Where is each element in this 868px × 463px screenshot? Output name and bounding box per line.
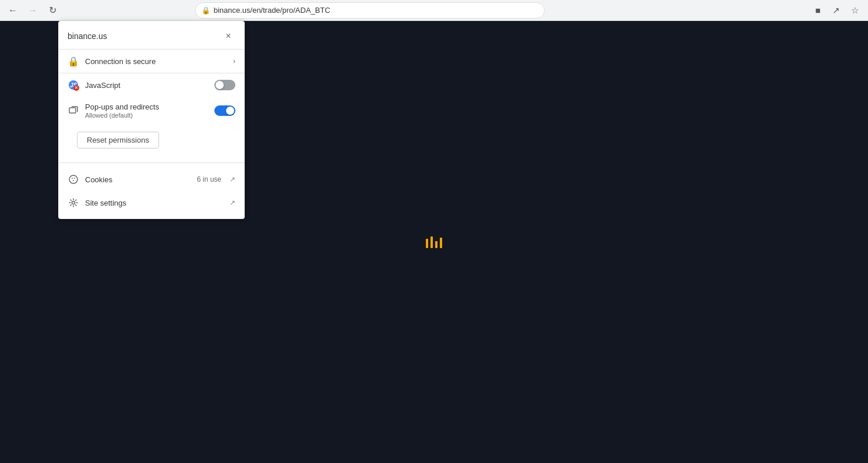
popup-close-button[interactable]: × (221, 29, 235, 43)
cookies-external-link-icon: ↗ (230, 175, 235, 183)
bookmark-button[interactable]: ☆ (847, 2, 863, 19)
svg-point-4 (73, 180, 74, 181)
toolbar-right: ■ ↗ ☆ (810, 2, 863, 19)
popups-toggle[interactable] (214, 105, 235, 116)
cookies-label: Cookies (85, 175, 191, 184)
javascript-label: JavaScript (85, 81, 209, 90)
browser-toolbar: ← → ↻ 🔒 binance.us/en/trade/pro/ADA_BTC … (0, 0, 868, 21)
cookies-count: 6 in use (197, 175, 221, 183)
site-settings-label: Site settings (85, 199, 224, 207)
reset-permissions-button[interactable]: Reset permissions (77, 132, 159, 149)
loading-bar-1 (426, 239, 428, 248)
reload-button[interactable]: ↻ (44, 2, 61, 19)
url-text: binance.us/en/trade/pro/ADA_BTC (214, 6, 330, 15)
js-badge-x-icon: ✕ (75, 86, 78, 90)
connection-lock-icon: 🔒 (68, 55, 79, 67)
svg-rect-0 (69, 108, 76, 113)
loading-bar-3 (435, 241, 437, 248)
chevron-right-icon: › (233, 57, 235, 65)
cookies-row[interactable]: Cookies 6 in use ↗ (58, 168, 245, 191)
popups-sublabel: Allowed (default) (85, 112, 209, 119)
extensions-button[interactable]: ■ (810, 2, 826, 19)
svg-point-5 (72, 202, 75, 204)
site-settings-external-link-icon: ↗ (230, 199, 235, 207)
javascript-icon: JS ✕ (68, 79, 79, 91)
js-warning-badge: ✕ (73, 85, 79, 91)
popups-text-group: Pop-ups and redirects Allowed (default) (85, 103, 209, 119)
popup-header: binance.us × (58, 21, 245, 50)
javascript-toggle[interactable] (214, 80, 235, 90)
svg-point-1 (69, 175, 77, 183)
javascript-row: JS ✕ JavaScript (58, 73, 245, 97)
popup-title: binance.us (68, 31, 107, 41)
javascript-toggle-knob (216, 81, 224, 89)
connection-row[interactable]: 🔒 Connection is secure › (58, 50, 245, 73)
forward-button[interactable]: → (24, 2, 41, 19)
site-info-popup: binance.us × 🔒 Connection is secure › JS… (58, 21, 245, 219)
cookies-icon (68, 174, 79, 185)
back-button[interactable]: ← (5, 2, 21, 19)
popups-label: Pop-ups and redirects (85, 103, 209, 111)
share-button[interactable]: ↗ (828, 2, 845, 19)
connection-text: Connection is secure (85, 57, 227, 66)
loading-bar-2 (431, 236, 433, 248)
address-bar[interactable]: 🔒 binance.us/en/trade/pro/ADA_BTC (195, 2, 545, 19)
loading-indicator (426, 236, 442, 248)
svg-point-3 (74, 178, 75, 179)
popups-icon (68, 105, 79, 116)
lock-icon: 🔒 (202, 6, 210, 15)
popups-row: Pop-ups and redirects Allowed (default) (58, 97, 245, 125)
svg-point-2 (72, 178, 73, 179)
site-settings-row[interactable]: Site settings ↗ (58, 191, 245, 214)
site-settings-icon (68, 197, 79, 208)
reset-section: Reset permissions (58, 125, 245, 158)
popups-toggle-knob (226, 107, 234, 115)
loading-bar-4 (440, 238, 442, 248)
popup-divider (58, 162, 245, 163)
